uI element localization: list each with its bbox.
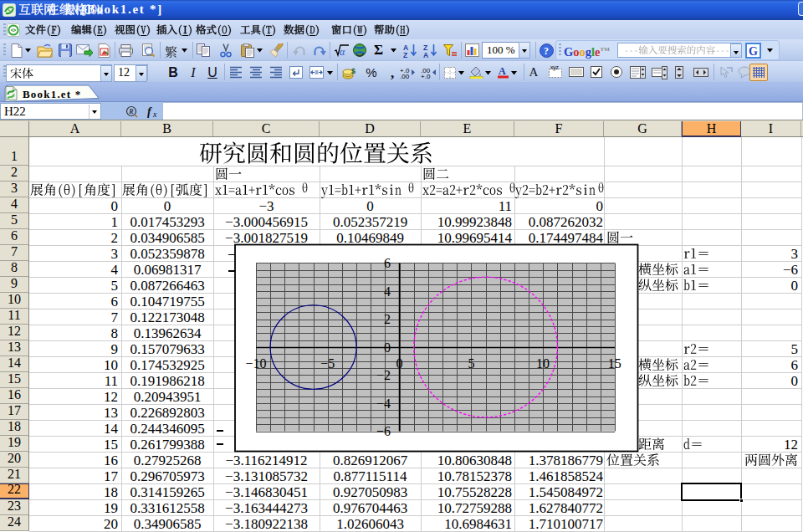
svg-text:.00: .00 bbox=[400, 73, 410, 79]
svg-text:−10: −10 bbox=[245, 356, 266, 371]
svg-text:A: A bbox=[423, 51, 428, 58]
svg-text:?: ? bbox=[544, 45, 549, 57]
svg-text:5: 5 bbox=[468, 356, 474, 371]
svg-text:−2: −2 bbox=[376, 368, 391, 382]
svg-text:6: 6 bbox=[384, 256, 391, 270]
svg-text:−4: −4 bbox=[376, 396, 391, 411]
svg-text:2: 2 bbox=[384, 312, 391, 326]
svg-text:15: 15 bbox=[608, 356, 621, 371]
svg-text:0: 0 bbox=[384, 340, 391, 355]
svg-text:Z: Z bbox=[403, 51, 407, 58]
svg-text:4: 4 bbox=[384, 284, 391, 299]
svg-text:α: α bbox=[340, 46, 345, 57]
svg-text:−6: −6 bbox=[376, 424, 391, 438]
svg-text:A: A bbox=[499, 65, 506, 77]
svg-text:0: 0 bbox=[396, 356, 403, 371]
svg-text:R: R bbox=[128, 108, 134, 115]
svg-text:+.0: +.0 bbox=[421, 73, 431, 79]
svg-text:10: 10 bbox=[536, 356, 550, 371]
svg-text:−5: −5 bbox=[320, 356, 335, 371]
svg-text:$: $ bbox=[351, 67, 355, 75]
svg-text:f: f bbox=[147, 105, 152, 118]
svg-text:x: x bbox=[152, 110, 157, 119]
